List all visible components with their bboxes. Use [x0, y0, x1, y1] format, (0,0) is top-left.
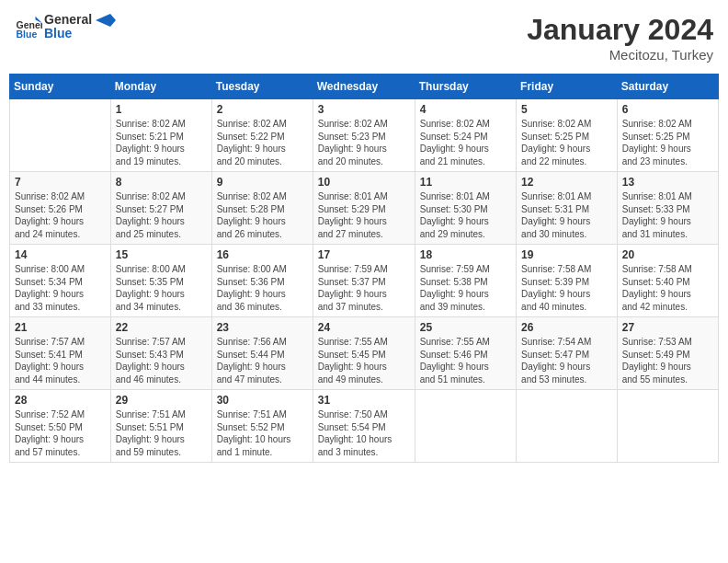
calendar-cell: 5Sunrise: 8:02 AM Sunset: 5:25 PM Daylig…	[517, 99, 618, 172]
day-number: 11	[420, 176, 511, 189]
month-title: January 2024	[527, 13, 713, 47]
day-info: Sunrise: 8:02 AM Sunset: 5:22 PM Dayligh…	[217, 118, 308, 167]
svg-marker-3	[96, 14, 116, 27]
weekday-header: Thursday	[415, 75, 516, 99]
day-number: 19	[521, 248, 612, 261]
day-info: Sunrise: 7:59 AM Sunset: 5:37 PM Dayligh…	[318, 263, 410, 313]
day-info: Sunrise: 7:53 AM Sunset: 5:49 PM Dayligh…	[622, 336, 713, 385]
logo-general-text: General	[44, 13, 116, 27]
day-info: Sunrise: 8:02 AM Sunset: 5:26 PM Dayligh…	[15, 190, 106, 240]
calendar-cell: 21Sunrise: 7:57 AM Sunset: 5:41 PM Dayli…	[10, 317, 111, 390]
day-number: 1	[116, 103, 207, 116]
day-info: Sunrise: 7:55 AM Sunset: 5:46 PM Dayligh…	[420, 336, 511, 385]
day-number: 25	[420, 321, 511, 334]
day-info: Sunrise: 8:02 AM Sunset: 5:28 PM Dayligh…	[217, 190, 308, 240]
day-number: 21	[15, 321, 106, 334]
day-info: Sunrise: 7:52 AM Sunset: 5:50 PM Dayligh…	[15, 408, 106, 458]
day-info: Sunrise: 8:02 AM Sunset: 5:27 PM Dayligh…	[116, 190, 207, 240]
day-number: 4	[420, 103, 511, 116]
calendar-week-row: 7Sunrise: 8:02 AM Sunset: 5:26 PM Daylig…	[10, 172, 719, 245]
calendar-cell: 19Sunrise: 7:58 AM Sunset: 5:39 PM Dayli…	[517, 245, 618, 317]
day-number: 12	[521, 176, 612, 189]
calendar-cell: 1Sunrise: 8:02 AM Sunset: 5:21 PM Daylig…	[110, 99, 211, 172]
calendar-cell: 17Sunrise: 7:59 AM Sunset: 5:37 PM Dayli…	[313, 245, 415, 317]
calendar-cell: 25Sunrise: 7:55 AM Sunset: 5:46 PM Dayli…	[415, 317, 516, 390]
day-info: Sunrise: 8:00 AM Sunset: 5:34 PM Dayligh…	[15, 263, 106, 313]
calendar-cell: 31Sunrise: 7:50 AM Sunset: 5:54 PM Dayli…	[313, 390, 415, 463]
day-number: 6	[622, 103, 713, 116]
day-info: Sunrise: 7:50 AM Sunset: 5:54 PM Dayligh…	[318, 408, 410, 458]
calendar-cell: 18Sunrise: 7:59 AM Sunset: 5:38 PM Dayli…	[415, 245, 516, 317]
calendar-cell: 11Sunrise: 8:01 AM Sunset: 5:30 PM Dayli…	[415, 172, 516, 245]
day-info: Sunrise: 8:02 AM Sunset: 5:23 PM Dayligh…	[318, 118, 410, 167]
day-number: 10	[318, 176, 410, 189]
day-info: Sunrise: 8:02 AM Sunset: 5:24 PM Dayligh…	[420, 118, 511, 167]
calendar-cell: 30Sunrise: 7:51 AM Sunset: 5:52 PM Dayli…	[211, 390, 313, 463]
calendar-week-row: 14Sunrise: 8:00 AM Sunset: 5:34 PM Dayli…	[10, 245, 719, 317]
weekday-header: Wednesday	[313, 75, 415, 99]
calendar-cell: 28Sunrise: 7:52 AM Sunset: 5:50 PM Dayli…	[10, 390, 111, 463]
svg-text:Blue: Blue	[17, 29, 38, 40]
day-info: Sunrise: 8:02 AM Sunset: 5:25 PM Dayligh…	[622, 118, 713, 167]
day-info: Sunrise: 7:56 AM Sunset: 5:44 PM Dayligh…	[217, 336, 308, 385]
day-number: 30	[217, 394, 308, 407]
day-number: 17	[318, 248, 410, 261]
calendar-cell: 15Sunrise: 8:00 AM Sunset: 5:35 PM Dayli…	[110, 245, 211, 317]
calendar-cell: 12Sunrise: 8:01 AM Sunset: 5:31 PM Dayli…	[517, 172, 618, 245]
calendar-cell	[10, 99, 111, 172]
calendar-week-row: 28Sunrise: 7:52 AM Sunset: 5:50 PM Dayli…	[10, 390, 719, 463]
calendar-cell: 7Sunrise: 8:02 AM Sunset: 5:26 PM Daylig…	[10, 172, 111, 245]
calendar-header-row: SundayMondayTuesdayWednesdayThursdayFrid…	[10, 75, 719, 99]
calendar-cell: 20Sunrise: 7:58 AM Sunset: 5:40 PM Dayli…	[617, 245, 718, 317]
day-info: Sunrise: 8:00 AM Sunset: 5:36 PM Dayligh…	[217, 263, 308, 313]
day-info: Sunrise: 8:02 AM Sunset: 5:21 PM Dayligh…	[116, 118, 207, 167]
calendar-cell: 2Sunrise: 8:02 AM Sunset: 5:22 PM Daylig…	[211, 99, 313, 172]
calendar-cell: 6Sunrise: 8:02 AM Sunset: 5:25 PM Daylig…	[617, 99, 718, 172]
day-info: Sunrise: 8:01 AM Sunset: 5:33 PM Dayligh…	[622, 190, 713, 240]
day-number: 26	[521, 321, 612, 334]
day-number: 13	[622, 176, 713, 189]
calendar-cell: 14Sunrise: 8:00 AM Sunset: 5:34 PM Dayli…	[10, 245, 111, 317]
day-info: Sunrise: 8:01 AM Sunset: 5:31 PM Dayligh…	[521, 190, 612, 240]
location: Mecitozu, Turkey	[527, 47, 713, 63]
day-info: Sunrise: 7:58 AM Sunset: 5:40 PM Dayligh…	[622, 263, 713, 313]
calendar-cell: 16Sunrise: 8:00 AM Sunset: 5:36 PM Dayli…	[211, 245, 313, 317]
day-number: 29	[116, 394, 207, 407]
calendar-cell: 8Sunrise: 8:02 AM Sunset: 5:27 PM Daylig…	[110, 172, 211, 245]
day-number: 20	[622, 248, 713, 261]
day-info: Sunrise: 8:01 AM Sunset: 5:30 PM Dayligh…	[420, 190, 511, 240]
calendar-cell: 10Sunrise: 8:01 AM Sunset: 5:29 PM Dayli…	[313, 172, 415, 245]
calendar-cell: 4Sunrise: 8:02 AM Sunset: 5:24 PM Daylig…	[415, 99, 516, 172]
page-header: General Blue General Blue January 2024 M…	[9, 9, 719, 66]
calendar-table: SundayMondayTuesdayWednesdayThursdayFrid…	[9, 74, 719, 463]
day-number: 2	[217, 103, 308, 116]
weekday-header: Saturday	[617, 75, 718, 99]
day-info: Sunrise: 7:59 AM Sunset: 5:38 PM Dayligh…	[420, 263, 511, 313]
calendar-cell: 23Sunrise: 7:56 AM Sunset: 5:44 PM Dayli…	[211, 317, 313, 390]
calendar-cell: 26Sunrise: 7:54 AM Sunset: 5:47 PM Dayli…	[517, 317, 618, 390]
day-number: 18	[420, 248, 511, 261]
weekday-header: Tuesday	[211, 75, 313, 99]
day-number: 28	[15, 394, 106, 407]
calendar-cell	[415, 390, 516, 463]
day-number: 16	[217, 248, 308, 261]
day-number: 27	[622, 321, 713, 334]
day-info: Sunrise: 7:57 AM Sunset: 5:43 PM Dayligh…	[116, 336, 207, 385]
calendar-week-row: 21Sunrise: 7:57 AM Sunset: 5:41 PM Dayli…	[10, 317, 719, 390]
calendar-cell	[617, 390, 718, 463]
day-info: Sunrise: 8:02 AM Sunset: 5:25 PM Dayligh…	[521, 118, 612, 167]
day-number: 14	[15, 248, 106, 261]
day-number: 8	[116, 176, 207, 189]
day-info: Sunrise: 8:00 AM Sunset: 5:35 PM Dayligh…	[116, 263, 207, 313]
day-info: Sunrise: 7:55 AM Sunset: 5:45 PM Dayligh…	[318, 336, 410, 385]
title-block: January 2024 Mecitozu, Turkey	[527, 13, 713, 63]
day-number: 15	[116, 248, 207, 261]
calendar-week-row: 1Sunrise: 8:02 AM Sunset: 5:21 PM Daylig…	[10, 99, 719, 172]
logo-icon: General Blue	[15, 13, 42, 40]
logo-arrow	[96, 14, 116, 27]
day-info: Sunrise: 7:57 AM Sunset: 5:41 PM Dayligh…	[15, 336, 106, 385]
logo: General Blue General Blue	[15, 13, 116, 41]
day-number: 24	[318, 321, 410, 334]
calendar-cell: 9Sunrise: 8:02 AM Sunset: 5:28 PM Daylig…	[211, 172, 313, 245]
day-number: 9	[217, 176, 308, 189]
